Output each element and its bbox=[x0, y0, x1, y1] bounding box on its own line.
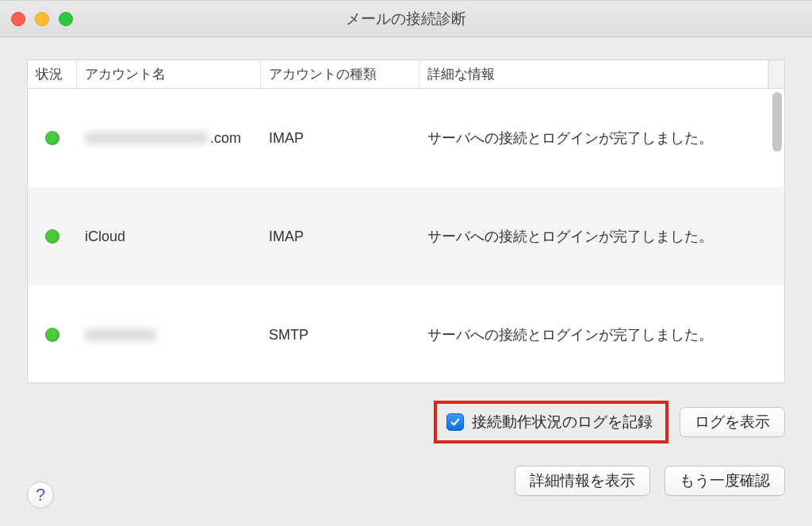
status-dot-icon bbox=[46, 328, 59, 341]
account-type-cell: IMAP bbox=[261, 130, 419, 147]
connection-doctor-window: メールの接続診断 状況 アカウント名 アカウントの種類 詳細な情報 bbox=[0, 0, 812, 526]
redacted-text bbox=[85, 132, 208, 144]
checkmark-icon bbox=[450, 417, 461, 428]
table-row[interactable]: iCloud IMAP サーバへの接続とログインが完了しました。 bbox=[28, 187, 784, 286]
col-header-details[interactable]: 詳細な情報 bbox=[419, 60, 768, 88]
traffic-lights bbox=[11, 1, 73, 36]
table-body: .com IMAP サーバへの接続とログインが完了しました。 iCloud IM… bbox=[28, 89, 784, 382]
account-name-cell: iCloud bbox=[77, 228, 261, 245]
window-title: メールの接続診断 bbox=[0, 9, 812, 29]
status-dot-icon bbox=[46, 230, 59, 243]
scrollbar-header-gutter bbox=[768, 60, 784, 88]
account-type-cell: SMTP bbox=[261, 327, 419, 344]
bottom-buttons-row: 詳細情報を表示 もう一度確認 bbox=[27, 466, 785, 496]
table-row[interactable]: SMTP サーバへの接続とログインが完了しました。 bbox=[28, 286, 784, 382]
zoom-button[interactable] bbox=[59, 12, 73, 26]
record-log-label: 接続動作状況のログを記録 bbox=[472, 412, 653, 432]
check-again-button[interactable]: もう一度確認 bbox=[665, 466, 785, 496]
status-cell bbox=[28, 132, 77, 144]
details-cell: サーバへの接続とログインが完了しました。 bbox=[419, 325, 784, 344]
details-cell: サーバへの接続とログインが完了しました。 bbox=[419, 129, 784, 148]
titlebar: メールの接続診断 bbox=[0, 1, 812, 37]
table-header-row: 状況 アカウント名 アカウントの種類 詳細な情報 bbox=[28, 60, 784, 89]
redacted-text bbox=[85, 328, 156, 341]
scrollbar-thumb[interactable] bbox=[772, 92, 782, 152]
log-controls-row: 接続動作状況のログを記録 ログを表示 bbox=[27, 401, 785, 443]
help-button[interactable]: ? bbox=[27, 482, 54, 509]
record-log-checkbox[interactable] bbox=[446, 413, 464, 431]
details-cell: サーバへの接続とログインが完了しました。 bbox=[419, 227, 784, 246]
table-row[interactable]: .com IMAP サーバへの接続とログインが完了しました。 bbox=[28, 89, 784, 187]
status-dot-icon bbox=[46, 132, 59, 144]
status-cell bbox=[28, 230, 77, 243]
account-name-cell: .com bbox=[77, 130, 261, 147]
content-area: 状況 アカウント名 アカウントの種類 詳細な情報 .com bbox=[0, 37, 812, 526]
record-log-highlight: 接続動作状況のログを記録 bbox=[434, 401, 668, 443]
show-log-button[interactable]: ログを表示 bbox=[680, 407, 785, 437]
accounts-table: 状況 アカウント名 アカウントの種類 詳細な情報 .com bbox=[27, 60, 785, 383]
account-type-cell: IMAP bbox=[261, 228, 419, 245]
status-cell bbox=[28, 328, 77, 341]
col-header-account-name[interactable]: アカウント名 bbox=[77, 60, 261, 88]
show-details-button[interactable]: 詳細情報を表示 bbox=[515, 466, 650, 496]
account-name-suffix: .com bbox=[210, 130, 241, 147]
col-header-account-type[interactable]: アカウントの種類 bbox=[261, 60, 419, 88]
minimize-button[interactable] bbox=[35, 12, 49, 26]
close-button[interactable] bbox=[11, 12, 25, 26]
account-name-cell bbox=[77, 328, 261, 341]
col-header-status[interactable]: 状況 bbox=[28, 60, 77, 88]
